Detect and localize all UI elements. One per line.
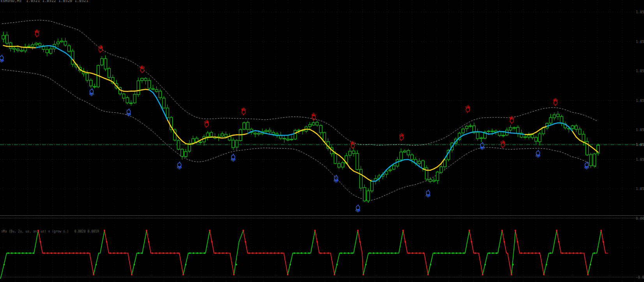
price-scale-label: 1.0550 [636, 40, 644, 44]
sell-hand-icon [466, 105, 470, 113]
sell-hand-icon [242, 108, 246, 115]
grid-layer [0, 0, 644, 282]
sell-hand-icon [312, 113, 316, 121]
trading-chart-window: 1.05601.05501.05401.05301.05201.05151.05… [0, 0, 644, 282]
buy-hand-icon [426, 190, 430, 197]
subwindow-separator [0, 216, 644, 277]
price-scale-label: 1.0515 [636, 143, 644, 147]
horizontal-lines-layer [0, 144, 644, 145]
buy-hand-icon [127, 108, 131, 116]
sell-hand-icon [35, 30, 39, 37]
price-scale-label: 1.0510 [636, 158, 644, 161]
sell-hand-icon [351, 141, 355, 149]
oscillator-layer [0, 230, 608, 278]
buy-hand-icon [536, 150, 540, 158]
sell-hand-icon [510, 116, 514, 124]
symbol-ohlc-label: EURUSD,M5 1.0521 1.0522 1.0520 1.0521 [1, 0, 88, 3]
indicator-label: sMa (Bu, 2u, us, an, us) x (grow s.) 0.0… [1, 230, 99, 233]
sell-hand-icon [205, 120, 209, 128]
price-scale-label: -0.0020 [636, 275, 644, 279]
sell-hand-icon [140, 66, 144, 73]
price-scale-label: 0.0020 [636, 216, 644, 220]
price-scale-label: 1.0530 [636, 99, 644, 103]
sell-hand-icon [400, 133, 403, 141]
sell-hand-icon [99, 45, 103, 53]
price-scale-label: 1.0560 [636, 10, 644, 14]
ma-layer [4, 45, 598, 181]
price-scale-label: 1.0500 [636, 187, 644, 191]
price-scale-layer: 1.05601.05501.05401.05301.05201.05151.05… [636, 10, 644, 279]
buy-hand-icon [480, 142, 484, 150]
price-scale-label: 1.0520 [636, 128, 644, 132]
buy-hand-icon [356, 204, 360, 212]
buy-hand-icon [90, 88, 94, 96]
signals-layer [0, 30, 589, 212]
sell-hand-icon [501, 140, 505, 148]
chart-canvas[interactable]: 1.05601.05501.05401.05301.05201.05151.05… [0, 0, 644, 282]
candles-layer [2, 32, 600, 203]
buy-hand-icon [177, 161, 181, 169]
price-scale-label: 1.0540 [636, 69, 644, 73]
sell-hand-icon [554, 98, 557, 106]
buy-hand-icon [231, 154, 235, 161]
bands-layer [2, 20, 597, 200]
